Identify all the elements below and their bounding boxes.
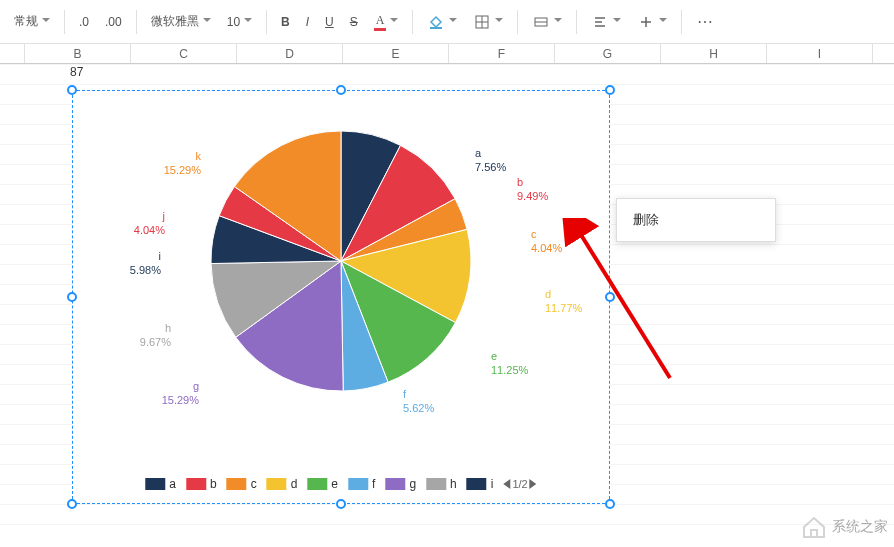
legend-label: f [372,477,375,491]
legend-item[interactable]: g [385,477,416,491]
slice-label: b9.49% [517,175,548,203]
context-menu-delete[interactable]: 删除 [617,203,775,237]
border-button[interactable] [467,8,509,36]
bold-button[interactable]: B [275,8,296,36]
legend-next[interactable] [530,479,537,489]
column-headers: B C D E F G H I [0,44,894,64]
slice-label: k15.29% [164,149,201,177]
pie-chart [191,111,491,411]
italic-button[interactable]: I [300,8,315,36]
col-header[interactable] [0,44,25,63]
slice-label: h9.67% [140,321,171,349]
context-menu: 删除 [616,198,776,242]
col-header[interactable]: F [449,44,555,63]
legend-label: b [210,477,217,491]
legend-swatch [186,478,206,490]
legend-item[interactable]: i [467,477,494,491]
chart-object[interactable]: a7.56%b9.49%c4.04%d11.77%e11.25%f5.62%g1… [72,90,610,504]
legend-item[interactable]: e [307,477,338,491]
strikethrough-button[interactable]: S [344,8,364,36]
legend-item[interactable]: d [267,477,298,491]
more-icon: ⋯ [696,13,714,31]
legend-prev[interactable] [503,479,510,489]
number-format-dropdown[interactable]: 常规 [8,8,56,36]
legend-label: d [291,477,298,491]
horizontal-align-button[interactable] [585,8,627,36]
valign-icon [637,13,655,31]
increase-decimal-button[interactable]: .00 [99,8,128,36]
chart-area: a7.56%b9.49%c4.04%d11.77%e11.25%f5.62%g1… [73,91,609,503]
legend-swatch [348,478,368,490]
legend-swatch [145,478,165,490]
col-header[interactable]: E [343,44,449,63]
col-header[interactable]: I [767,44,873,63]
col-header[interactable]: G [555,44,661,63]
legend-item[interactable]: b [186,477,217,491]
legend-label: g [409,477,416,491]
cell-value: 87 [70,65,83,79]
decrease-decimal-button[interactable]: .0 [73,8,95,36]
legend-label: a [169,477,176,491]
legend-pagination: 1/2 [503,478,536,490]
legend-label: c [251,477,257,491]
slice-label: i5.98% [130,249,161,277]
align-icon [591,13,609,31]
col-header[interactable]: H [661,44,767,63]
slice-label: j4.04% [134,209,165,237]
slice-label: e11.25% [491,349,528,377]
font-size-dropdown[interactable]: 10 [221,8,258,36]
fill-color-button[interactable] [421,8,463,36]
legend-label: i [491,477,494,491]
font-family-dropdown[interactable]: 微软雅黑 [145,8,217,36]
slice-label: d11.77% [545,287,582,315]
col-header[interactable]: B [25,44,131,63]
watermark: 系统之家 [800,513,888,541]
merge-icon [532,13,550,31]
legend-label: e [331,477,338,491]
slice-label: g15.29% [162,379,199,407]
slice-label: a7.56% [475,146,506,174]
fill-icon [427,13,445,31]
slice-label: f5.62% [403,387,434,415]
house-icon [800,513,828,541]
legend-item[interactable]: f [348,477,375,491]
legend-item[interactable]: h [426,477,457,491]
legend-swatch [467,478,487,490]
legend: abcdefghi1/2 [145,477,536,491]
col-header[interactable]: D [237,44,343,63]
legend-page-indicator: 1/2 [512,478,527,490]
legend-swatch [426,478,446,490]
svg-rect-0 [430,27,442,29]
legend-label: h [450,477,457,491]
legend-swatch [267,478,287,490]
toolbar: 常规 .0 .00 微软雅黑 10 B I U S A ⋯ [0,0,894,44]
underline-button[interactable]: U [319,8,340,36]
col-header[interactable]: C [131,44,237,63]
legend-item[interactable]: a [145,477,176,491]
legend-item[interactable]: c [227,477,257,491]
merge-button[interactable] [526,8,568,36]
legend-swatch [307,478,327,490]
text-color-button[interactable]: A [368,8,405,36]
slice-label: c4.04% [531,227,562,255]
legend-swatch [385,478,405,490]
border-icon [473,13,491,31]
vertical-align-button[interactable] [631,8,673,36]
legend-swatch [227,478,247,490]
more-button[interactable]: ⋯ [690,8,720,36]
